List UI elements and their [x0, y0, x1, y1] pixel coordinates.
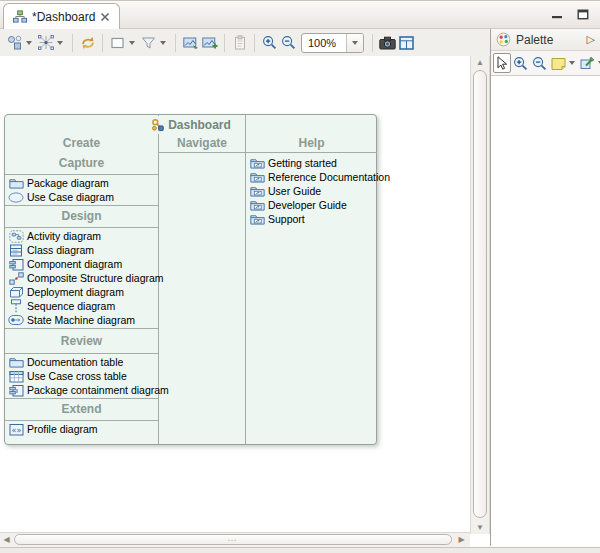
- tab-dashboard[interactable]: *Dashboard: [3, 3, 120, 29]
- select-tool[interactable]: [493, 53, 511, 73]
- create-item-package-diagram[interactable]: Package diagram: [5, 176, 158, 190]
- diagram-canvas[interactable]: Dashboard Create Capture Package diagram…: [0, 56, 470, 532]
- shape-button[interactable]: [108, 32, 127, 53]
- create-item-deployment-diagram[interactable]: Deployment diagram: [5, 285, 158, 299]
- diagram-overview-button[interactable]: [397, 32, 416, 53]
- create-item-state-machine-diagram[interactable]: State Machine diagram: [5, 313, 158, 327]
- scroll-right-icon[interactable]: ▶: [455, 533, 468, 547]
- palette-toolbar: [491, 51, 600, 76]
- application-window: *Dashboard 100%: [0, 0, 600, 553]
- deployment-diagram-icon: [8, 285, 24, 299]
- toolbar-separator: [175, 34, 176, 52]
- cross-table-icon: [8, 369, 24, 383]
- help-column: Help Getting started Reference Documenta…: [246, 134, 377, 226]
- add-image-button[interactable]: [200, 32, 219, 53]
- scroll-down-icon[interactable]: ▼: [471, 521, 489, 534]
- synchronize-button[interactable]: [78, 32, 97, 53]
- component-diagram-icon: [8, 257, 24, 271]
- dropdown-arrow-icon[interactable]: [57, 41, 63, 45]
- help-item-user-guide[interactable]: User Guide: [246, 184, 377, 198]
- dropdown-arrow-icon[interactable]: [129, 41, 135, 45]
- arrange-button[interactable]: [5, 32, 24, 53]
- palette-title: Palette: [516, 33, 582, 47]
- zoom-in-button[interactable]: [260, 32, 279, 53]
- state-machine-diagram-icon: [8, 313, 24, 327]
- create-item-sequence-diagram[interactable]: Sequence diagram: [5, 299, 158, 313]
- section-divider: [5, 420, 158, 421]
- export-image-button[interactable]: [181, 32, 200, 53]
- create-item-use-case-diagram[interactable]: Use Case diagram: [5, 190, 158, 204]
- zoom-out-button[interactable]: [279, 32, 298, 53]
- note-tool[interactable]: [549, 53, 568, 73]
- vertical-scroll-thumb[interactable]: [473, 70, 487, 518]
- minimize-button[interactable]: [550, 8, 564, 21]
- toolbar-separator: [254, 34, 255, 52]
- scroll-left-icon[interactable]: ◀: [0, 533, 13, 547]
- create-item-profile-diagram[interactable]: «» Profile diagram: [5, 422, 158, 436]
- create-item-documentation-table[interactable]: Documentation table: [5, 355, 158, 369]
- create-item-activity-diagram[interactable]: Activity diagram: [5, 229, 158, 243]
- help-folder-icon: [249, 212, 265, 226]
- help-folder-icon: [249, 184, 265, 198]
- create-item-package-containment-diagram[interactable]: Package containment diagram: [5, 383, 158, 397]
- horizontal-scroll-thumb[interactable]: ⋯: [14, 534, 452, 545]
- extend-section-header: Extend: [5, 400, 158, 419]
- zoom-combo-arrow[interactable]: [346, 34, 363, 52]
- svg-text:«»: «»: [11, 425, 21, 434]
- dropdown-arrow-icon[interactable]: [160, 41, 166, 45]
- select-connections-button[interactable]: [36, 32, 55, 53]
- section-divider: [5, 174, 158, 175]
- dashboard-tab-icon: [13, 10, 27, 23]
- design-section-header: Design: [5, 207, 158, 226]
- create-item-component-diagram[interactable]: Component diagram: [5, 257, 158, 271]
- pin-tool[interactable]: [578, 53, 597, 73]
- window-bottom-edge: [0, 547, 600, 553]
- containment-diagram-icon: [8, 383, 24, 397]
- help-header: Help: [246, 134, 377, 153]
- help-item-reference-documentation[interactable]: Reference Documentation: [246, 170, 377, 184]
- palette-header[interactable]: Palette ▷: [491, 29, 600, 51]
- zoom-level-combo[interactable]: 100%: [301, 33, 364, 53]
- palette-zoom-out-tool[interactable]: [530, 53, 549, 73]
- zoom-level-value: 100%: [302, 37, 346, 49]
- help-item-getting-started[interactable]: Getting started: [246, 156, 377, 170]
- scroll-up-icon[interactable]: ▲: [471, 56, 489, 69]
- palette-zoom-in-tool[interactable]: [511, 53, 530, 73]
- diagram-toolbar: 100%: [0, 29, 490, 56]
- toolbar-separator: [102, 34, 103, 52]
- snapshot-button[interactable]: [378, 32, 397, 53]
- create-item-class-diagram[interactable]: Class diagram: [5, 243, 158, 257]
- help-item-support[interactable]: Support: [246, 212, 377, 226]
- maximize-button[interactable]: [576, 8, 590, 21]
- dropdown-arrow-icon[interactable]: [569, 61, 575, 65]
- paste-button: [230, 32, 249, 53]
- horizontal-scrollbar[interactable]: ◀ ⋯ ▶: [0, 532, 470, 547]
- palette-icon: [496, 32, 511, 47]
- toolbar-separator: [72, 34, 73, 52]
- help-folder-icon: [249, 198, 265, 212]
- help-list: Getting started Reference Documentation …: [246, 153, 377, 226]
- help-item-developer-guide[interactable]: Developer Guide: [246, 198, 377, 212]
- dashboard-panel: Dashboard Create Capture Package diagram…: [4, 114, 377, 445]
- profile-diagram-icon: «»: [8, 422, 24, 436]
- section-divider: [5, 398, 158, 399]
- tab-close-icon[interactable]: [100, 12, 110, 22]
- create-column: Create Capture Package diagram Use Case …: [5, 134, 158, 436]
- navigate-header: Navigate: [159, 134, 245, 153]
- use-case-diagram-icon: [8, 190, 24, 204]
- dropdown-arrow-icon: [352, 41, 358, 45]
- navigate-column: Navigate: [159, 134, 245, 153]
- section-divider: [5, 353, 158, 354]
- section-divider: [5, 328, 158, 329]
- documentation-table-icon: [8, 355, 24, 369]
- review-section-header: Review: [5, 330, 158, 352]
- vertical-scrollbar[interactable]: ▲ ▼: [470, 56, 490, 534]
- help-folder-icon: [249, 170, 265, 184]
- palette-collapse-icon[interactable]: ▷: [587, 33, 595, 46]
- dropdown-arrow-icon[interactable]: [26, 41, 32, 45]
- create-item-composite-structure-diagram[interactable]: Composite Structure diagram: [5, 271, 158, 285]
- filter-button[interactable]: [139, 32, 158, 53]
- create-item-use-case-cross-table[interactable]: Use Case cross table: [5, 369, 158, 383]
- section-divider: [5, 227, 158, 228]
- activity-diagram-icon: [8, 229, 24, 243]
